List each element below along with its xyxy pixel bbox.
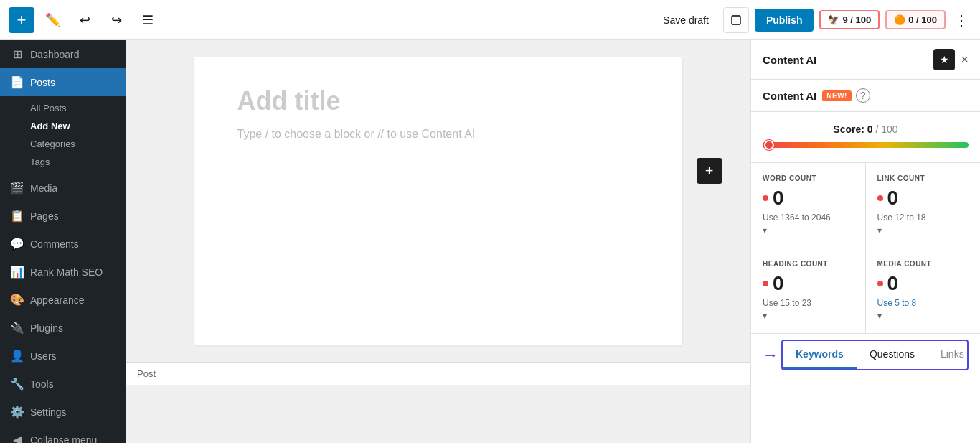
link-count-hint: Use 12 to 18 — [877, 213, 969, 223]
rank-math-icon: 🦅 — [828, 14, 839, 25]
sidebar-dashboard-label: Dashboard — [30, 49, 80, 60]
heading-count-dot — [763, 281, 768, 286]
dashboard-icon: ⊞ — [10, 47, 24, 61]
media-count-expand[interactable]: ▾ — [877, 311, 882, 321]
heading-count-hint: Use 15 to 23 — [763, 298, 854, 308]
panel-title: Content AI — [763, 54, 933, 66]
panel-header: Content AI ★ × — [751, 40, 980, 80]
sidebar-item-media[interactable]: 🎬 Media — [0, 174, 126, 202]
preview-button[interactable] — [723, 7, 749, 33]
sidebar-media-label: Media — [30, 182, 57, 194]
link-count-cell: LINK COUNT 0 Use 12 to 18 ▾ — [866, 163, 981, 248]
word-count-label: WORD COUNT — [763, 174, 854, 182]
sidebar-sub-all-posts[interactable]: All Posts — [30, 99, 126, 117]
word-count-dot — [763, 195, 768, 201]
sidebar-users-label: Users — [30, 350, 57, 362]
sidebar-sub-add-new[interactable]: Add New — [30, 117, 126, 135]
sidebar: ⊞ Dashboard 📄 Posts All Posts Add New Ca… — [0, 40, 126, 443]
tabs-panel: Keywords Questions Links — [781, 340, 969, 370]
word-count-expand[interactable]: ▾ — [763, 225, 767, 236]
publish-button[interactable]: Publish — [755, 9, 814, 32]
svg-rect-0 — [732, 16, 740, 24]
tab-links[interactable]: Links — [928, 341, 969, 369]
list-view-button[interactable]: ☰ — [135, 7, 161, 33]
editor-status-bar: Post — [126, 362, 750, 385]
tab-questions[interactable]: Questions — [857, 341, 928, 369]
heading-count-value: 0 — [763, 272, 854, 295]
tab-arrow-indicator: → — [763, 346, 778, 365]
sidebar-tools-label: Tools — [30, 378, 54, 390]
word-count-hint: Use 1364 to 2046 — [763, 213, 854, 223]
media-count-label: MEDIA COUNT — [877, 260, 969, 268]
sidebar-item-settings[interactable]: ⚙️ Settings — [0, 398, 126, 426]
media-icon: 🎬 — [10, 181, 24, 195]
score-section: Score: 0 / 100 — [751, 112, 980, 163]
sidebar-item-pages[interactable]: 📋 Pages — [0, 202, 126, 230]
plugins-icon: 🔌 — [10, 321, 24, 335]
content-ai-label: Content AI — [763, 90, 816, 102]
word-count-cell: WORD COUNT 0 Use 1364 to 2046 ▾ — [751, 163, 866, 248]
redo-button[interactable]: ↪ — [103, 7, 129, 33]
sidebar-posts-submenu: All Posts Add New Categories Tags — [0, 96, 126, 174]
rank-math-score: 9 / 100 — [842, 14, 871, 25]
collapse-icon: ◀ — [10, 433, 24, 443]
right-panel: Content AI ★ × Content AI NEW! ? Score: … — [750, 40, 980, 443]
sidebar-item-appearance[interactable]: 🎨 Appearance — [0, 286, 126, 314]
media-count-value: 0 — [877, 272, 969, 295]
add-block-floating-button[interactable]: + — [697, 158, 722, 184]
sidebar-sub-categories[interactable]: Categories — [30, 135, 126, 153]
sidebar-collapse-menu[interactable]: ◀ Collapse menu — [0, 426, 126, 443]
sidebar-pages-label: Pages — [30, 210, 59, 222]
sidebar-settings-label: Settings — [30, 406, 67, 418]
sidebar-item-users[interactable]: 👤 Users — [0, 342, 126, 370]
new-badge: NEW! — [822, 90, 852, 101]
save-draft-button[interactable]: Save draft — [654, 10, 717, 30]
media-count-hint: Use 5 to 8 — [877, 298, 969, 308]
media-count-cell: MEDIA COUNT 0 Use 5 to 8 ▾ — [866, 248, 981, 333]
tab-keywords[interactable]: Keywords — [783, 341, 857, 369]
sidebar-posts-label: Posts — [30, 77, 55, 88]
sidebar-item-plugins[interactable]: 🔌 Plugins — [0, 314, 126, 342]
sidebar-plugins-label: Plugins — [30, 322, 63, 334]
sidebar-item-dashboard[interactable]: ⊞ Dashboard — [0, 40, 126, 68]
add-block-toolbar-button[interactable]: + — [9, 7, 34, 33]
media-count-dot — [877, 281, 883, 286]
post-type-label: Post — [137, 368, 156, 379]
content-ai-subheader: Content AI NEW! ? — [751, 80, 980, 112]
stats-grid: WORD COUNT 0 Use 1364 to 2046 ▾ LINK COU… — [751, 163, 980, 334]
heading-count-cell: HEADING COUNT 0 Use 15 to 23 ▾ — [751, 248, 866, 333]
sidebar-sub-tags[interactable]: Tags — [30, 153, 126, 171]
editor-canvas[interactable]: Add title Type / to choose a block or //… — [194, 57, 682, 345]
users-icon: 👤 — [10, 349, 24, 363]
content-ai-score-badge[interactable]: 🟠 0 / 100 — [885, 10, 946, 29]
heading-count-label: HEADING COUNT — [763, 260, 854, 268]
content-ai-score: 0 / 100 — [908, 14, 937, 25]
heading-count-expand[interactable]: ▾ — [763, 311, 767, 321]
link-count-expand[interactable]: ▾ — [877, 225, 882, 236]
score-display: Score: 0 / 100 — [763, 123, 969, 135]
comments-icon: 💬 — [10, 237, 24, 251]
pages-icon: 📋 — [10, 209, 24, 223]
editor-content[interactable]: Type / to choose a block or // to use Co… — [237, 128, 639, 141]
panel-body: Content AI NEW! ? Score: 0 / 100 WORD CO… — [751, 80, 980, 443]
sidebar-item-rank-math[interactable]: 📊 Rank Math SEO — [0, 258, 126, 286]
undo-button[interactable]: ↩ — [72, 7, 98, 33]
panel-star-button[interactable]: ★ — [933, 49, 955, 70]
editor-area: Add title Type / to choose a block or //… — [126, 40, 750, 443]
sidebar-item-tools[interactable]: 🔧 Tools — [0, 370, 126, 398]
word-count-value: 0 — [763, 187, 854, 210]
edit-mode-button[interactable]: ✏️ — [40, 7, 66, 33]
score-bar — [763, 142, 969, 148]
panel-close-button[interactable]: × — [961, 52, 969, 67]
sidebar-item-posts[interactable]: 📄 Posts — [0, 68, 126, 96]
rank-math-score-badge[interactable]: 🦅 9 / 100 — [819, 10, 880, 29]
link-count-label: LINK COUNT — [877, 174, 969, 182]
sidebar-collapse-label: Collapse menu — [30, 434, 97, 444]
editor-title[interactable]: Add title — [237, 86, 639, 116]
rank-math-seo-icon: 📊 — [10, 265, 24, 279]
help-button[interactable]: ? — [856, 88, 870, 103]
main-area: ⊞ Dashboard 📄 Posts All Posts Add New Ca… — [0, 40, 980, 443]
more-options-button[interactable]: ⋮ — [951, 9, 971, 32]
sidebar-item-comments[interactable]: 💬 Comments — [0, 230, 126, 258]
posts-icon: 📄 — [10, 75, 24, 89]
